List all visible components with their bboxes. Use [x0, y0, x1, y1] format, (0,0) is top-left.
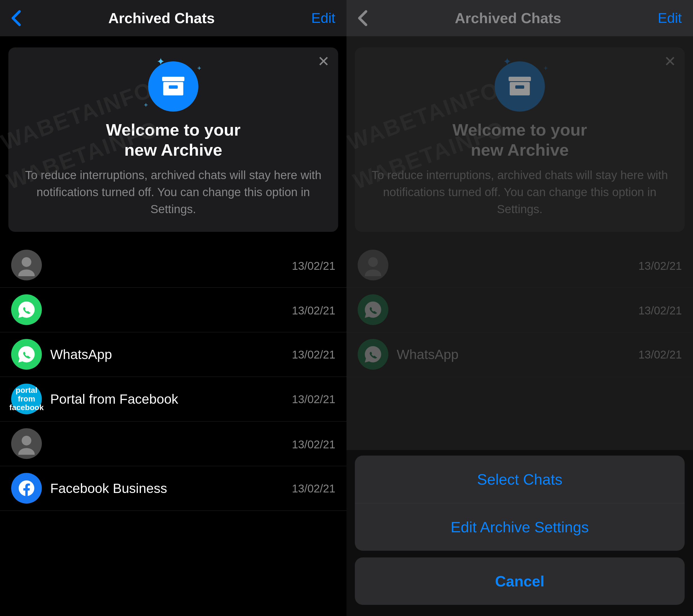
- facebook-icon: [17, 478, 36, 498]
- list-item[interactable]: WhatsApp 13/02/21: [346, 332, 693, 377]
- list-item[interactable]: 13/02/21: [346, 243, 693, 287]
- avatar: [358, 294, 388, 325]
- person-icon: [15, 254, 38, 276]
- archive-svg-icon-r: [506, 73, 534, 100]
- svg-point-12: [368, 257, 378, 267]
- chat-name: Facebook Business: [50, 481, 292, 496]
- list-item[interactable]: Facebook Business 13/02/21: [0, 466, 346, 511]
- avatar: [358, 339, 388, 370]
- svg-point-13: [365, 270, 381, 276]
- sparkle-tl-r: ✦: [503, 56, 511, 67]
- svg-rect-0: [162, 77, 184, 81]
- left-close-button[interactable]: ✕: [317, 54, 330, 68]
- sparkle-tr-r: +: [544, 64, 548, 72]
- list-item[interactable]: portalfromfacebook Portal from Facebook …: [0, 377, 346, 421]
- chat-date: 13/02/21: [638, 260, 682, 272]
- action-sheet-main: Select Chats Edit Archive Settings: [355, 456, 685, 551]
- left-welcome-card: ✕ WABETAINFO WABETAINFO ✦ + + Welcome to…: [8, 47, 338, 232]
- chat-date: 13/02/21: [638, 349, 682, 361]
- chat-date: 13/02/21: [292, 349, 335, 361]
- right-nav-title: Archived Chats: [368, 10, 648, 26]
- avatar: [11, 428, 42, 459]
- list-item[interactable]: 13/02/21: [346, 287, 693, 332]
- list-item[interactable]: 13/02/21: [0, 243, 346, 287]
- chat-date: 13/02/21: [292, 304, 335, 317]
- right-edit-button[interactable]: Edit: [648, 10, 682, 26]
- left-nav-bar: Archived Chats Edit: [0, 0, 346, 36]
- right-archive-icon: ✦ +: [495, 61, 545, 112]
- svg-point-3: [22, 257, 32, 267]
- list-item[interactable]: 13/02/21: [0, 421, 346, 466]
- whatsapp-icon: [15, 343, 38, 365]
- svg-rect-11: [515, 85, 524, 89]
- chat-name: WhatsApp: [50, 347, 292, 362]
- avatar: [11, 250, 42, 280]
- right-close-button[interactable]: ✕: [664, 54, 676, 68]
- left-panel: Archived Chats Edit ✕ WABETAINFO WABETAI…: [0, 0, 346, 616]
- left-chat-list: 13/02/21 13/02/21: [0, 243, 346, 616]
- svg-point-4: [18, 270, 35, 276]
- chat-date: 13/02/21: [292, 393, 335, 406]
- chat-name: Portal from Facebook: [50, 392, 292, 407]
- chat-date: 13/02/21: [292, 260, 335, 272]
- portal-text: portalfromfacebook: [9, 386, 44, 412]
- right-welcome-card: ✕ WABETAINFO WABETAINFO ✦ + Welcome to y…: [355, 47, 685, 232]
- chat-date: 13/02/21: [292, 482, 335, 495]
- left-welcome-desc: To reduce interruptions, archived chats …: [20, 167, 327, 218]
- person-icon: [15, 433, 38, 455]
- right-panel: Archived Chats Edit ✕ WABETAINFO WABETAI…: [346, 0, 693, 616]
- chat-name: WhatsApp: [397, 347, 638, 362]
- svg-rect-2: [169, 85, 178, 89]
- left-nav-title: Archived Chats: [21, 10, 302, 26]
- left-welcome-title: Welcome to your new Archive: [20, 120, 327, 160]
- left-back-button[interactable]: [11, 10, 21, 26]
- cancel-button[interactable]: Cancel: [355, 557, 685, 605]
- select-chats-button[interactable]: Select Chats: [355, 456, 685, 503]
- person-icon: [362, 254, 384, 276]
- chat-date: 13/02/21: [638, 304, 682, 317]
- list-item[interactable]: 13/02/21: [0, 287, 346, 332]
- sparkle-tl: ✦: [157, 56, 165, 67]
- avatar: [11, 294, 42, 325]
- archive-svg-icon: [159, 73, 187, 100]
- action-sheet-overlay: Select Chats Edit Archive Settings Cance…: [346, 450, 693, 616]
- sparkle-bl: +: [144, 101, 148, 109]
- avatar: [11, 473, 42, 503]
- sparkle-tr: +: [197, 64, 201, 72]
- edit-archive-settings-button[interactable]: Edit Archive Settings: [355, 503, 685, 551]
- right-nav-bar: Archived Chats Edit: [346, 0, 693, 36]
- avatar: portalfromfacebook: [11, 384, 42, 414]
- avatar: [11, 339, 42, 370]
- svg-point-7: [22, 436, 32, 445]
- avatar: [358, 250, 388, 280]
- svg-rect-9: [509, 77, 531, 81]
- chat-date: 13/02/21: [292, 438, 335, 451]
- list-item[interactable]: WhatsApp 13/02/21: [0, 332, 346, 377]
- right-back-button[interactable]: [358, 10, 368, 26]
- whatsapp-icon: [362, 299, 384, 321]
- whatsapp-icon: [362, 343, 384, 365]
- left-edit-button[interactable]: Edit: [302, 10, 335, 26]
- left-archive-icon: ✦ + +: [148, 61, 198, 112]
- svg-point-8: [18, 448, 35, 455]
- whatsapp-icon: [15, 299, 38, 321]
